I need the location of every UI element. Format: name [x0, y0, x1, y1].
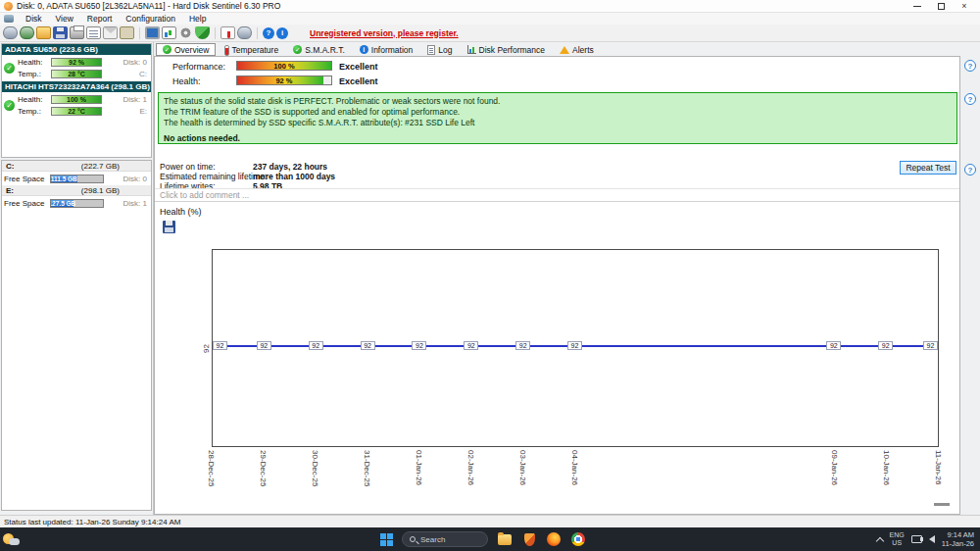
settings-icon[interactable] [178, 26, 193, 39]
disk-entry-adata[interactable]: ADATA SU650 (223.6 GB) ✓ Health: 92 % Di… [2, 44, 151, 81]
disk-number: Disk: 0 [123, 175, 149, 183]
folders-icon[interactable] [36, 26, 51, 39]
status-help-icon[interactable]: ? [964, 93, 976, 105]
chart-x-tick-label: 04-Jan-26 [570, 450, 579, 485]
menu-view[interactable]: View [49, 14, 80, 24]
tab-disk-performance[interactable]: Disk Performance [461, 43, 553, 56]
chart-x-tick-label: 11-Jan-26 [934, 450, 943, 484]
menu-help[interactable]: Help [182, 14, 213, 24]
chart-scrollbar[interactable] [934, 503, 950, 506]
weather-widget-icon[interactable] [3, 532, 21, 546]
shield-icon[interactable] [195, 26, 210, 39]
detect-disks-icon[interactable] [3, 26, 18, 39]
repeat-test-button[interactable]: Repeat Test [900, 161, 956, 175]
chart-point-label: 92 [309, 341, 323, 350]
menu-disk[interactable]: Disk [19, 14, 49, 24]
health-value: 92 % [69, 59, 84, 66]
free-space-fill: 127.5 GB [51, 200, 74, 207]
tab-temperature[interactable]: Temperature [217, 43, 285, 56]
chart-point-label: 92 [878, 341, 893, 350]
window-title: Disk: 0, ADATA SU650 [2L362LA5NA11] - Ha… [17, 1, 280, 11]
health-label: Health: [18, 95, 48, 104]
disk-header[interactable]: ADATA SU650 (223.6 GB) [2, 44, 151, 55]
print-icon[interactable] [70, 26, 84, 39]
taskbar-clock[interactable]: 9:14 AM 11-Jan-26 [942, 530, 974, 549]
taskbar-search[interactable]: Search [402, 531, 488, 547]
tab-log[interactable]: Log [420, 43, 459, 56]
save-report-icon[interactable] [53, 26, 68, 39]
taskbar-app-browser[interactable] [570, 531, 586, 547]
tabbar: ✓ Overview Temperature ✓ S.M.A.R.T. i In… [154, 42, 980, 56]
taskbar: Search ENG US 9:14 AM 11-Jan-26 [0, 527, 980, 551]
comment-field[interactable]: Click to add comment ... [155, 188, 959, 202]
performance-chart-icon [467, 45, 476, 54]
monitor-icon[interactable] [145, 26, 160, 39]
disk-surface-icon[interactable] [20, 26, 34, 39]
menu-report[interactable]: Report [80, 14, 120, 24]
free-space-label: Free Space [4, 199, 47, 208]
health-value: 92 % [237, 76, 331, 84]
browser-icon [571, 532, 585, 546]
taskbar-app-firefox[interactable] [546, 531, 562, 547]
health-bar: 100 % [51, 95, 102, 104]
power-on-label: Power on time: [160, 162, 216, 172]
tab-label: Temperature [231, 45, 278, 55]
status-line: The TRIM feature of the SSD is supported… [164, 107, 952, 118]
tab-label: Information [371, 45, 414, 55]
tab-smart[interactable]: ✓ S.M.A.R.T. [286, 43, 352, 56]
performance-help-icon[interactable]: ? [964, 60, 976, 72]
clock-date: 11-Jan-26 [942, 539, 974, 548]
maximize-button[interactable] [929, 0, 953, 12]
temp-bar: 22 °C [51, 107, 102, 116]
log-icon [427, 45, 435, 55]
menu-configuration[interactable]: Configuration [119, 14, 182, 24]
chart-point-label: 92 [515, 341, 530, 350]
close-button[interactable]: × [953, 0, 976, 12]
information-icon: i [360, 45, 368, 54]
security-shield-icon [524, 533, 535, 546]
partition-size: (298.1 GB) [81, 186, 120, 195]
toolbar-separator [257, 27, 258, 39]
email-icon[interactable] [103, 26, 118, 39]
health-label: Health: [18, 58, 48, 67]
temp-value: 28 °C [68, 71, 85, 77]
alerts-icon [560, 46, 569, 54]
disk-entry-hitachi[interactable]: HITACHI HTS723232A7A364 (298.1 GB) ✓ Hea… [2, 81, 151, 119]
chart-x-tick-label: 03-Jan-26 [518, 450, 527, 485]
partition-entry-c[interactable]: C: (222.7 GB) Free Space 111.5 GB Disk: … [2, 161, 151, 185]
minimize-button[interactable] [906, 0, 929, 12]
chart-point-label: 92 [213, 341, 227, 350]
taskbar-app-security[interactable] [521, 531, 537, 547]
tab-information[interactable]: i Information [353, 43, 420, 56]
temperature-toolbar-icon[interactable] [220, 26, 235, 39]
taskbar-app-explorer[interactable] [497, 531, 513, 547]
start-button[interactable] [380, 533, 393, 546]
chart-x-tick-label: 29-Dec-25 [259, 450, 268, 486]
tab-alerts[interactable]: Alerts [553, 43, 601, 56]
temp-label: Temp.: [18, 70, 48, 78]
save-chart-icon[interactable] [163, 221, 175, 233]
language-indicator[interactable]: ENG US [890, 531, 905, 547]
unregistered-link[interactable]: Unregistered version, please register. [310, 28, 459, 38]
tray-chevron-icon[interactable] [875, 536, 883, 544]
screen: Disk: 0, ADATA SU650 [2L362LA5NA11] - Ha… [0, 0, 980, 551]
chart-point-label: 92 [923, 341, 938, 350]
chart-point-label: 92 [361, 341, 375, 350]
hdd-icon[interactable] [237, 26, 252, 39]
disk-list: ADATA SU650 (223.6 GB) ✓ Health: 92 % Di… [1, 43, 152, 158]
free-space-fill: 111.5 GB [51, 175, 77, 182]
speaker-icon[interactable] [929, 535, 935, 543]
window-controls: × [906, 0, 976, 12]
clipboard-icon[interactable] [120, 26, 134, 39]
disk-header[interactable]: HITACHI HTS723232A7A364 (298.1 GB) [2, 81, 151, 92]
health-label: Health: [172, 76, 201, 86]
health-meter: 92 % [236, 75, 332, 85]
graph-icon[interactable] [162, 26, 176, 39]
partition-entry-e[interactable]: E: (298.1 GB) Free Space 127.5 GB Disk: … [2, 185, 151, 210]
no-actions-text: No actions needed. [164, 133, 952, 144]
tab-overview[interactable]: ✓ Overview [156, 43, 216, 56]
report-icon[interactable] [86, 26, 101, 39]
help-icon[interactable]: ? [263, 27, 274, 39]
test-help-icon[interactable]: ? [964, 164, 976, 175]
info-icon[interactable]: i [276, 27, 288, 39]
